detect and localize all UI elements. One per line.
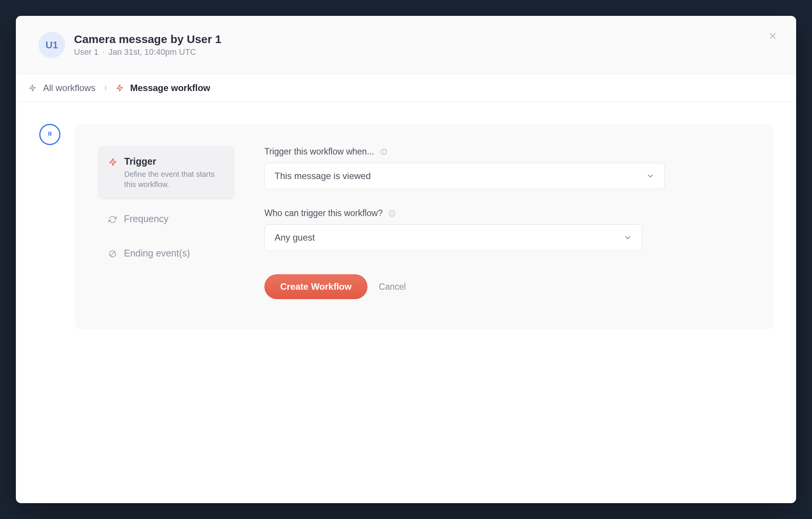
sidemenu-item-desc: Define the event that starts this workfl…: [124, 169, 224, 190]
sidemenu-item-body: Trigger Define the event that starts thi…: [124, 156, 224, 190]
sidemenu-item-frequency[interactable]: Frequency: [98, 204, 234, 233]
modal-title: Camera message by User 1: [74, 33, 221, 46]
svg-marker-3: [117, 85, 122, 91]
svg-rect-4: [48, 132, 49, 136]
refresh-icon: [108, 215, 117, 224]
cancel-button[interactable]: Cancel: [379, 282, 406, 292]
bolt-icon: [116, 84, 123, 92]
sidemenu-item-label: Frequency: [124, 213, 168, 224]
breadcrumb: All workflows Message workflow: [16, 74, 796, 102]
chevron-down-icon: [624, 233, 632, 242]
who-select-value: Any guest: [275, 232, 315, 243]
trigger-label-text: Trigger this workflow when...: [264, 147, 374, 157]
sidemenu: Trigger Define the event that starts thi…: [98, 147, 234, 299]
status-badge: [39, 124, 60, 145]
breadcrumb-root[interactable]: All workflows: [43, 83, 96, 93]
chevron-down-icon: [646, 172, 655, 180]
workflow-modal: U1 Camera message by User 1 User 1 · Jan…: [16, 16, 796, 503]
svg-marker-6: [110, 159, 116, 165]
breadcrumb-current-label: Message workflow: [130, 83, 210, 93]
sidemenu-item-label: Trigger: [124, 156, 224, 167]
modal-subtitle: User 1 · Jan 31st, 10:40pm UTC: [74, 47, 221, 57]
who-label: Who can trigger this workflow?: [264, 208, 750, 218]
meta-separator: ·: [102, 47, 105, 57]
who-select[interactable]: Any guest: [264, 224, 642, 251]
bolt-icon: [108, 158, 117, 167]
breadcrumb-root-label: All workflows: [43, 83, 96, 93]
sidemenu-item-body: Ending event(s): [124, 248, 190, 259]
sidemenu-item-body: Frequency: [124, 213, 168, 224]
chevron-right-icon: [102, 85, 109, 91]
ban-icon: [108, 249, 117, 258]
info-icon[interactable]: [380, 148, 388, 156]
svg-marker-2: [30, 85, 36, 91]
modal-header: U1 Camera message by User 1 User 1 · Jan…: [16, 16, 796, 74]
form-group-trigger: Trigger this workflow when... This messa…: [264, 147, 750, 189]
who-label-text: Who can trigger this workflow?: [264, 208, 383, 218]
svg-point-14: [392, 212, 392, 212]
svg-line-8: [110, 252, 115, 256]
trigger-select-value: This message is viewed: [275, 171, 371, 181]
trigger-label: Trigger this workflow when...: [264, 147, 750, 157]
form-area: Trigger this workflow when... This messa…: [264, 147, 750, 299]
close-button[interactable]: [765, 29, 780, 44]
avatar: U1: [39, 32, 65, 58]
config-panel: Trigger Define the event that starts thi…: [76, 124, 773, 329]
header-text: Camera message by User 1 User 1 · Jan 31…: [74, 33, 221, 57]
svg-rect-5: [50, 132, 51, 136]
action-row: Create Workflow Cancel: [264, 274, 750, 299]
avatar-initials: U1: [45, 39, 58, 51]
info-icon[interactable]: [388, 209, 396, 218]
svg-point-11: [383, 150, 384, 151]
breadcrumb-current: Message workflow: [130, 83, 210, 93]
author-name: User 1: [74, 47, 99, 57]
modal-body: Trigger Define the event that starts thi…: [16, 102, 796, 503]
pause-icon: [46, 130, 53, 139]
sidemenu-item-trigger[interactable]: Trigger Define the event that starts thi…: [98, 147, 234, 199]
create-workflow-button[interactable]: Create Workflow: [264, 274, 367, 299]
bolt-icon: [29, 84, 36, 92]
trigger-select[interactable]: This message is viewed: [264, 163, 665, 189]
form-group-who: Who can trigger this workflow? Any guest: [264, 208, 750, 251]
close-icon: [769, 32, 777, 41]
sidemenu-item-ending[interactable]: Ending event(s): [98, 239, 234, 268]
sidemenu-item-label: Ending event(s): [124, 248, 190, 259]
timestamp: Jan 31st, 10:40pm UTC: [108, 47, 196, 57]
